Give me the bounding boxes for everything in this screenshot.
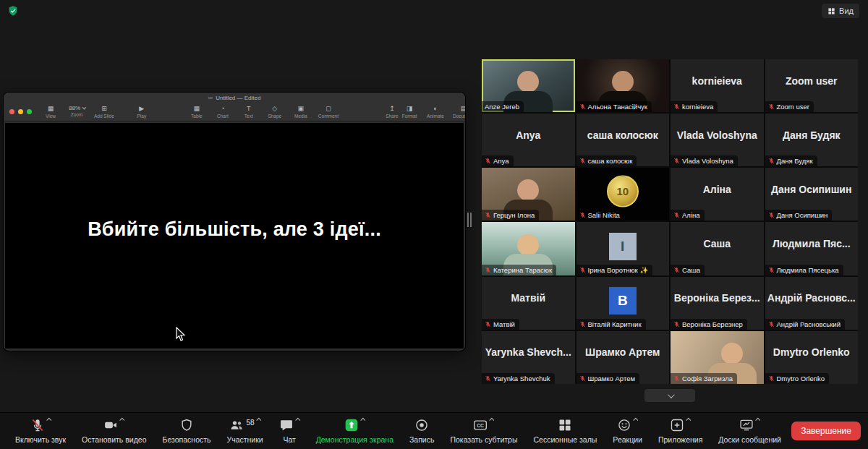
breakout-rooms-button[interactable]: Сессионные залы bbox=[525, 413, 605, 449]
participant-tile-sasha[interactable]: Саша Саша bbox=[671, 222, 764, 275]
toolbar-media[interactable]: ▣ Media bbox=[292, 105, 310, 119]
fullscreen-window-icon[interactable] bbox=[27, 109, 32, 114]
participant-tile-sasha-kolosiuk[interactable]: саша колосюк саша колосюк bbox=[576, 114, 670, 166]
shared-screen-window: ▭ Untitled — Edited ▦ View 88% Zoom ⊞ Ad… bbox=[4, 93, 465, 351]
chevron-up-icon[interactable] bbox=[490, 418, 495, 423]
toolbar-shape[interactable]: ◇ Shape bbox=[266, 105, 284, 119]
chevron-up-icon[interactable] bbox=[755, 418, 760, 423]
mic-muted-icon bbox=[768, 267, 775, 273]
cc-icon: CC bbox=[473, 418, 488, 432]
participant-tile-matvii[interactable]: Матвій Матвій bbox=[482, 277, 575, 330]
chevron-up-icon[interactable] bbox=[295, 418, 300, 423]
chevron-up-icon[interactable] bbox=[120, 418, 125, 423]
mic-muted-icon bbox=[30, 418, 45, 432]
participant-name-label: Dmytro Orlenko bbox=[777, 375, 825, 382]
camera-icon bbox=[103, 418, 118, 432]
chevron-up-icon[interactable] bbox=[360, 418, 365, 423]
participant-tile-kateryna[interactable]: Катерина Тарасюк bbox=[482, 222, 575, 275]
avatar: I bbox=[609, 233, 637, 260]
participant-tile-sofiia[interactable]: Софія Загризла bbox=[671, 331, 764, 384]
toolbar-animate[interactable]: ◐ Animate bbox=[427, 105, 444, 119]
toolbar-format[interactable]: ◨ Format bbox=[401, 105, 418, 119]
chat-button[interactable]: Чат bbox=[271, 413, 308, 449]
coin-video-thumbnail: 10 bbox=[607, 176, 639, 208]
participant-tile-anze-jereb[interactable]: Anze Jereb bbox=[482, 59, 575, 112]
whiteboards-button[interactable]: Доски сообщений bbox=[710, 413, 789, 449]
meeting-controls-bar: Включить звук Остановить видео Безопасно… bbox=[0, 412, 868, 449]
window-controls[interactable] bbox=[9, 109, 32, 114]
participant-tile-vlada[interactable]: Vlada Voloshyna Vlada Voloshyna bbox=[671, 114, 764, 166]
view-button[interactable]: Вид bbox=[822, 4, 859, 18]
table-icon: ▦ bbox=[194, 105, 200, 113]
chevron-down-icon bbox=[667, 391, 674, 398]
participant-tile-alina[interactable]: Аліна Аліна bbox=[671, 168, 764, 221]
panel-resize-handle[interactable] bbox=[467, 213, 472, 227]
participant-display-name: Аліна bbox=[671, 168, 764, 210]
toolbar-document[interactable]: ▤ Document bbox=[453, 105, 465, 119]
video-silhouette bbox=[721, 343, 743, 364]
apps-button[interactable]: Приложения bbox=[650, 413, 710, 449]
toolbar-view[interactable]: ▦ View bbox=[42, 105, 59, 119]
toolbar-table[interactable]: ▦ Table bbox=[188, 105, 205, 119]
toolbar-add-slide[interactable]: ⊞ Add Slide bbox=[94, 105, 114, 119]
chevron-up-icon[interactable] bbox=[686, 418, 691, 423]
mic-muted-icon bbox=[673, 158, 680, 164]
participant-tile-anya[interactable]: Anya Anya bbox=[482, 114, 575, 166]
toolbar-chart[interactable]: ◔ Chart bbox=[214, 105, 231, 119]
end-meeting-button[interactable]: Завершение bbox=[791, 422, 861, 440]
security-button[interactable]: Безопасность bbox=[155, 413, 219, 449]
participant-tile-shramko[interactable]: Шрамко Артем Шрамко Артем bbox=[576, 331, 670, 384]
participant-tile-veronika[interactable]: Вероніка Берез... Вероніка Березнер bbox=[671, 277, 764, 330]
chevron-up-icon[interactable] bbox=[256, 418, 261, 423]
participant-tile-dania-osypyshyn[interactable]: Даня Осипишин Даня Осипишин bbox=[765, 168, 859, 221]
media-icon: ▣ bbox=[298, 105, 305, 113]
participant-tile-dmytro[interactable]: Dmytro Orlenko Dmytro Orlenko bbox=[765, 331, 859, 384]
presentation-toolbar: ▦ View 88% Zoom ⊞ Add Slide ▶ Play ▦ Tab… bbox=[4, 103, 465, 121]
toolbar-play[interactable]: ▶ Play bbox=[133, 105, 150, 119]
participant-tile-zoom-user[interactable]: Zoom user Zoom user bbox=[765, 59, 859, 112]
reactions-button[interactable]: Реакции bbox=[605, 413, 650, 449]
mic-muted-icon bbox=[579, 321, 586, 328]
mic-muted-icon bbox=[579, 103, 586, 110]
participant-name-label: Ірина Воротнюк ✨ bbox=[588, 266, 649, 274]
stop-video-button[interactable]: Остановить видео bbox=[74, 413, 154, 449]
participant-tile-hertsun-ilona[interactable]: Герцун Ілона bbox=[482, 168, 575, 221]
minimize-window-icon[interactable] bbox=[18, 109, 23, 114]
participant-tile-andrii[interactable]: Андрій Расновс... Андрій Расновський bbox=[765, 277, 859, 330]
participant-display-name: Вероніка Берез... bbox=[671, 277, 764, 320]
chevron-up-icon[interactable] bbox=[633, 418, 638, 423]
participant-tile-vitalii[interactable]: B Віталій Каритник bbox=[576, 277, 670, 330]
participant-name-label: Anze Jereb bbox=[485, 103, 519, 111]
participant-tile-kornieieva[interactable]: kornieieva kornieieva bbox=[671, 59, 764, 112]
slide-title-text: Вбийте більшість, але 3 ідеї... bbox=[88, 218, 381, 254]
record-button[interactable]: Запись bbox=[401, 413, 442, 449]
toolbar-zoom[interactable]: 88% Zoom bbox=[68, 105, 85, 119]
mic-muted-icon bbox=[579, 158, 586, 164]
toolbar-text[interactable]: T Text bbox=[240, 105, 258, 119]
participant-tile-salii-nikita[interactable]: 10 Salii Nikita bbox=[576, 168, 670, 221]
toolbar-comment[interactable]: ◻ Comment bbox=[318, 105, 339, 119]
text-icon: T bbox=[247, 105, 251, 113]
share-screen-icon bbox=[344, 418, 359, 432]
video-silhouette bbox=[517, 234, 539, 256]
mic-muted-icon bbox=[673, 103, 680, 110]
mic-muted-icon bbox=[485, 212, 491, 218]
format-icon: ◨ bbox=[407, 105, 413, 113]
mic-muted-icon bbox=[673, 321, 680, 328]
captions-button[interactable]: CC Показать субтитры bbox=[442, 413, 525, 449]
chevron-up-icon[interactable] bbox=[46, 418, 51, 423]
close-window-icon[interactable] bbox=[9, 109, 14, 114]
participant-display-name: Dmytro Orlenko bbox=[765, 331, 859, 374]
view-button-label: Вид bbox=[839, 7, 854, 15]
participant-tile-alona[interactable]: Альона Танасійчук bbox=[576, 59, 670, 112]
mic-muted-icon bbox=[673, 267, 680, 273]
participants-button[interactable]: 58 Участники bbox=[219, 413, 271, 449]
participant-tile-liudmyla[interactable]: Людмила Пяс... Людмила Пясецька bbox=[765, 222, 859, 275]
participant-tile-iryna[interactable]: I Ірина Воротнюк ✨ bbox=[576, 222, 670, 275]
unmute-button[interactable]: Включить звук bbox=[7, 413, 74, 449]
share-screen-button[interactable]: Демонстрация экрана bbox=[308, 413, 401, 449]
participant-tile-dania-budiak[interactable]: Даня Будяк Даня Будяк bbox=[765, 114, 859, 166]
toolbar-share[interactable]: ↥ Share bbox=[383, 105, 401, 119]
gallery-scroll-down-button[interactable] bbox=[644, 389, 695, 402]
participant-tile-yarynka[interactable]: Yarynka Shevch... Yarynka Shevchuk bbox=[482, 331, 575, 384]
